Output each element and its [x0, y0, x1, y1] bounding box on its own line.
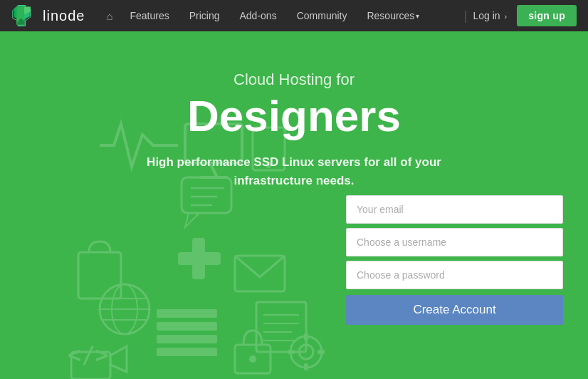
username-input[interactable] [346, 228, 563, 256]
svg-marker-11 [185, 213, 199, 227]
svg-rect-33 [157, 348, 217, 356]
logo-icon [11, 3, 37, 28]
nav-community[interactable]: Community [287, 0, 357, 31]
svg-point-35 [249, 355, 256, 363]
svg-point-9 [266, 162, 271, 168]
svg-rect-10 [182, 177, 231, 213]
email-input[interactable] [346, 195, 563, 224]
background-illustration: </> [0, 74, 342, 379]
svg-rect-41 [304, 363, 308, 370]
nav-links: Features Pricing Add-ons Community Resou… [120, 0, 458, 31]
nav-features[interactable]: Features [120, 0, 179, 31]
nav-divider: | [464, 9, 468, 24]
signup-form: Create Account [346, 195, 563, 325]
hero-section: </> Cloud Hosting for Designers High per… [0, 31, 588, 379]
svg-text:</>: </> [68, 341, 109, 368]
svg-rect-43 [317, 350, 325, 354]
svg-rect-15 [78, 252, 121, 298]
svg-marker-37 [110, 346, 127, 372]
svg-rect-32 [157, 335, 217, 343]
svg-rect-22 [192, 238, 205, 279]
brand-name: linode [43, 8, 85, 24]
brand: linode [11, 3, 85, 28]
password-input[interactable] [346, 261, 563, 289]
navbar: linode ⌂ Features Pricing Add-ons Commun… [0, 0, 588, 31]
nav-addons[interactable]: Add-ons [230, 0, 287, 31]
login-link[interactable]: Log in › [473, 10, 507, 21]
nav-pricing[interactable]: Pricing [179, 0, 230, 31]
svg-rect-42 [288, 350, 295, 354]
home-icon[interactable]: ⌂ [106, 10, 112, 22]
svg-line-6 [210, 163, 217, 177]
create-account-button[interactable]: Create Account [346, 295, 563, 325]
nav-resources[interactable]: Resources ▾ [357, 0, 429, 31]
svg-rect-5 [185, 124, 242, 163]
login-arrow-icon: › [504, 12, 507, 21]
svg-rect-31 [157, 322, 217, 331]
signup-button[interactable]: Sign up [517, 5, 577, 26]
resources-dropdown-icon: ▾ [416, 12, 419, 20]
svg-rect-40 [304, 333, 308, 341]
svg-rect-30 [157, 309, 217, 318]
